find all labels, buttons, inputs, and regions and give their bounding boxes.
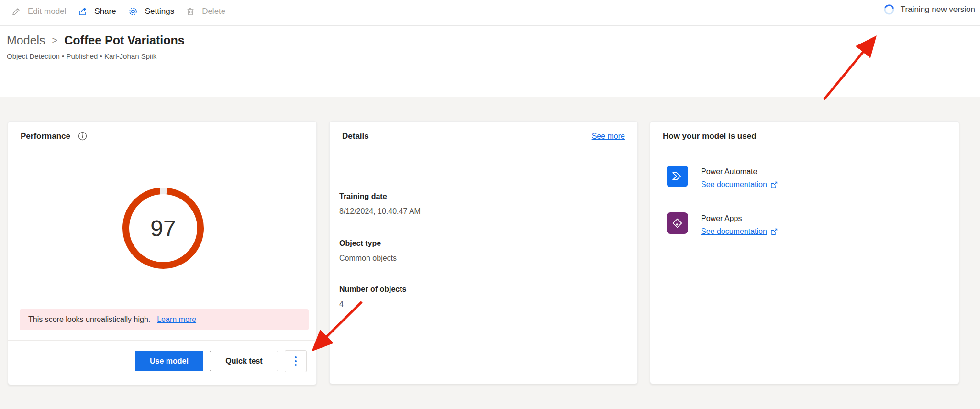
power-apps-doc-link[interactable]: See documentation	[701, 227, 778, 236]
details-card: Details See more Training date 8/12/2024…	[329, 121, 638, 384]
power-automate-doc-link[interactable]: See documentation	[701, 180, 778, 189]
app-name: Power Apps	[701, 214, 778, 223]
field-training-date: Training date 8/12/2024, 10:40:47 AM	[339, 192, 421, 216]
power-apps-icon	[667, 212, 688, 234]
field-value: 4	[339, 300, 406, 309]
breadcrumb: Models > Coffee Pot Variations	[7, 33, 185, 47]
edit-model-label: Edit model	[28, 7, 66, 16]
learn-more-link[interactable]: Learn more	[157, 315, 196, 324]
score-value: 97	[120, 185, 206, 271]
info-icon[interactable]	[78, 132, 87, 141]
edit-model-button[interactable]: Edit model	[6, 2, 72, 21]
field-object-type: Object type Common objects	[339, 239, 397, 263]
more-actions-button[interactable]	[285, 350, 307, 372]
doc-link-label[interactable]: See documentation	[701, 227, 767, 236]
power-apps-row: Power Apps See documentation	[667, 212, 778, 236]
trash-icon	[186, 7, 195, 16]
field-label: Training date	[339, 192, 421, 201]
external-link-icon	[770, 228, 778, 236]
delete-button[interactable]: Delete	[180, 2, 231, 21]
settings-label: Settings	[145, 7, 174, 16]
model-subtitle: Object Detection • Published • Karl-Joha…	[7, 52, 185, 60]
field-label: Object type	[339, 239, 397, 248]
details-card-title: Details	[342, 132, 369, 141]
pencil-icon	[11, 7, 21, 16]
chevron-right-icon: >	[52, 35, 58, 46]
field-value: 8/12/2024, 10:40:47 AM	[339, 207, 421, 216]
settings-button[interactable]: Settings	[122, 2, 180, 21]
field-value: Common objects	[339, 254, 397, 263]
spinner-icon	[883, 4, 895, 15]
score-gauge: 97	[120, 185, 206, 271]
share-button[interactable]: Share	[72, 2, 122, 21]
content-area: Performance 97 This score looks unrealis…	[0, 97, 980, 409]
gear-icon	[128, 6, 138, 17]
doc-link-label[interactable]: See documentation	[701, 180, 767, 189]
power-automate-icon	[667, 166, 688, 187]
score-warning-banner: This score looks unrealistically high. L…	[20, 309, 309, 330]
see-more-link[interactable]: See more	[592, 132, 625, 141]
use-model-button[interactable]: Use model	[135, 351, 203, 371]
quick-test-button[interactable]: Quick test	[210, 351, 278, 371]
page-header: Models > Coffee Pot Variations Object De…	[7, 33, 185, 60]
performance-card: Performance 97 This score looks unrealis…	[8, 121, 317, 385]
breadcrumb-models-link[interactable]: Models	[7, 33, 45, 47]
field-number-of-objects: Number of objects 4	[339, 285, 406, 309]
training-status: Training new version	[883, 4, 975, 15]
share-label: Share	[94, 7, 116, 16]
power-automate-row: Power Automate See documentation	[667, 166, 778, 189]
performance-card-title: Performance	[21, 132, 70, 141]
warning-text: This score looks unrealistically high.	[28, 315, 150, 324]
command-bar: Edit model Share Settings Delete	[0, 0, 980, 26]
app-name: Power Automate	[701, 167, 778, 176]
row-divider	[662, 199, 948, 199]
usage-card: How your model is used Power Automate Se…	[650, 121, 959, 384]
delete-label: Delete	[202, 7, 225, 16]
kebab-icon	[295, 356, 297, 358]
annotation-arrow-training	[824, 40, 873, 99]
field-label: Number of objects	[339, 285, 406, 294]
card-divider	[8, 340, 316, 341]
usage-card-title: How your model is used	[663, 132, 757, 141]
training-status-label: Training new version	[901, 5, 975, 14]
page-title: Coffee Pot Variations	[64, 33, 184, 47]
share-icon	[78, 6, 88, 16]
external-link-icon	[770, 181, 778, 189]
